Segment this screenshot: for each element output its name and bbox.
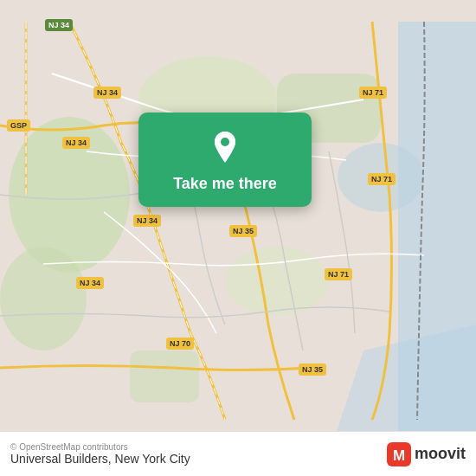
route-nj34-2: NJ 34 bbox=[93, 87, 121, 99]
moovit-text: moovit bbox=[415, 445, 466, 463]
route-nj35-1: NJ 35 bbox=[229, 225, 257, 237]
moovit-icon: M bbox=[387, 442, 411, 466]
take-me-there-card[interactable]: Take me there bbox=[138, 113, 312, 207]
route-nj34-4: NJ 34 bbox=[133, 215, 161, 227]
route-nj35-2: NJ 35 bbox=[299, 363, 326, 376]
location-pin-icon bbox=[206, 128, 244, 166]
route-nj71-1: NJ 71 bbox=[359, 87, 387, 99]
map-svg bbox=[0, 0, 476, 476]
copyright-text: © OpenStreetMap contributors bbox=[10, 442, 190, 452]
svg-text:M: M bbox=[393, 447, 405, 464]
place-name: Universal Builders, New York City bbox=[10, 452, 190, 466]
route-nj34-1: NJ 34 bbox=[45, 19, 73, 31]
route-nj71-2: NJ 71 bbox=[368, 173, 396, 185]
svg-rect-6 bbox=[130, 351, 199, 402]
route-nj71-3: NJ 71 bbox=[325, 268, 352, 280]
route-nj34-3: NJ 34 bbox=[62, 137, 90, 149]
svg-point-12 bbox=[221, 138, 229, 146]
card-label: Take me there bbox=[173, 175, 277, 193]
map-container: NJ 34 NJ 34 NJ 34 NJ 34 NJ 34 NJ 35 NJ 3… bbox=[0, 0, 476, 476]
route-nj70: NJ 70 bbox=[166, 338, 194, 350]
bottom-left: © OpenStreetMap contributors Universal B… bbox=[10, 442, 387, 466]
route-nj34-5: NJ 34 bbox=[76, 277, 104, 289]
moovit-logo: M moovit bbox=[387, 442, 466, 466]
route-gsp: GSP bbox=[7, 119, 30, 132]
svg-point-8 bbox=[225, 247, 329, 316]
copyright-info: © OpenStreetMap contributors Universal B… bbox=[10, 442, 190, 466]
bottom-bar: © OpenStreetMap contributors Universal B… bbox=[0, 431, 476, 476]
